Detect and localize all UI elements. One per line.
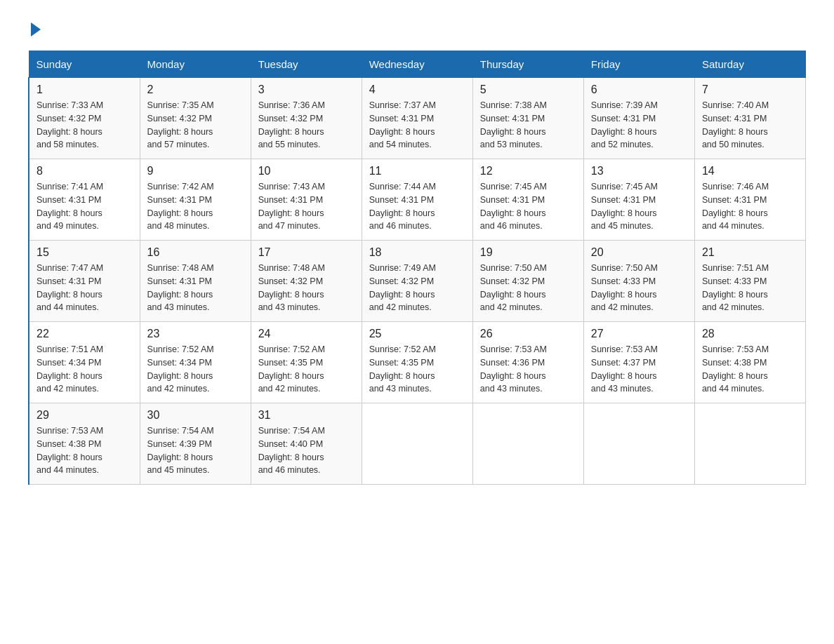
calendar-cell: 7 Sunrise: 7:40 AM Sunset: 4:31 PM Dayli… <box>694 78 805 159</box>
calendar-cell: 22 Sunrise: 7:51 AM Sunset: 4:34 PM Dayl… <box>29 322 140 403</box>
calendar-cell: 12 Sunrise: 7:45 AM Sunset: 4:31 PM Dayl… <box>472 159 583 241</box>
day-number: 5 <box>480 83 576 96</box>
day-info: Sunrise: 7:44 AM Sunset: 4:31 PM Dayligh… <box>369 180 465 233</box>
calendar-cell: 30 Sunrise: 7:54 AM Sunset: 4:39 PM Dayl… <box>140 403 251 485</box>
day-info: Sunrise: 7:53 AM Sunset: 4:38 PM Dayligh… <box>702 343 798 396</box>
calendar-cell: 13 Sunrise: 7:45 AM Sunset: 4:31 PM Dayl… <box>583 159 694 241</box>
day-number: 23 <box>147 328 244 340</box>
calendar-cell: 5 Sunrise: 7:38 AM Sunset: 4:31 PM Dayli… <box>472 78 583 159</box>
calendar-cell: 25 Sunrise: 7:52 AM Sunset: 4:35 PM Dayl… <box>362 322 472 403</box>
day-number: 31 <box>258 409 355 422</box>
header-saturday: Saturday <box>694 51 805 78</box>
day-number: 27 <box>591 328 687 340</box>
calendar-cell: 11 Sunrise: 7:44 AM Sunset: 4:31 PM Dayl… <box>362 159 472 241</box>
day-info: Sunrise: 7:47 AM Sunset: 4:31 PM Dayligh… <box>37 262 133 314</box>
calendar-cell: 6 Sunrise: 7:39 AM Sunset: 4:31 PM Dayli… <box>583 78 694 159</box>
day-number: 17 <box>258 246 355 259</box>
calendar-cell: 16 Sunrise: 7:48 AM Sunset: 4:31 PM Dayl… <box>140 241 251 322</box>
header-wednesday: Wednesday <box>362 51 472 78</box>
day-info: Sunrise: 7:39 AM Sunset: 4:31 PM Dayligh… <box>591 99 687 152</box>
day-info: Sunrise: 7:51 AM Sunset: 4:34 PM Dayligh… <box>37 343 133 396</box>
day-info: Sunrise: 7:37 AM Sunset: 4:31 PM Dayligh… <box>369 99 465 152</box>
day-number: 9 <box>147 165 244 177</box>
day-info: Sunrise: 7:48 AM Sunset: 4:31 PM Dayligh… <box>147 262 244 314</box>
calendar-cell <box>472 403 583 485</box>
day-number: 28 <box>702 328 798 340</box>
week-row-1: 1 Sunrise: 7:33 AM Sunset: 4:32 PM Dayli… <box>29 78 806 159</box>
day-info: Sunrise: 7:50 AM Sunset: 4:32 PM Dayligh… <box>480 262 576 314</box>
day-info: Sunrise: 7:52 AM Sunset: 4:35 PM Dayligh… <box>369 343 465 396</box>
day-number: 12 <box>480 165 576 177</box>
calendar-cell <box>583 403 694 485</box>
day-info: Sunrise: 7:50 AM Sunset: 4:33 PM Dayligh… <box>591 262 687 314</box>
day-number: 14 <box>702 165 798 177</box>
week-row-2: 8 Sunrise: 7:41 AM Sunset: 4:31 PM Dayli… <box>29 159 806 241</box>
day-info: Sunrise: 7:42 AM Sunset: 4:31 PM Dayligh… <box>147 180 244 233</box>
day-number: 25 <box>369 328 465 340</box>
logo <box>28 21 41 36</box>
day-info: Sunrise: 7:35 AM Sunset: 4:32 PM Dayligh… <box>147 99 244 152</box>
day-info: Sunrise: 7:43 AM Sunset: 4:31 PM Dayligh… <box>258 180 355 233</box>
calendar-cell: 3 Sunrise: 7:36 AM Sunset: 4:32 PM Dayli… <box>251 78 362 159</box>
day-info: Sunrise: 7:36 AM Sunset: 4:32 PM Dayligh… <box>258 99 355 152</box>
calendar-cell: 17 Sunrise: 7:48 AM Sunset: 4:32 PM Dayl… <box>251 241 362 322</box>
day-number: 16 <box>147 246 244 259</box>
day-info: Sunrise: 7:51 AM Sunset: 4:33 PM Dayligh… <box>702 262 798 314</box>
calendar-cell: 29 Sunrise: 7:53 AM Sunset: 4:38 PM Dayl… <box>29 403 140 485</box>
day-info: Sunrise: 7:52 AM Sunset: 4:34 PM Dayligh… <box>147 343 244 396</box>
day-info: Sunrise: 7:46 AM Sunset: 4:31 PM Dayligh… <box>702 180 798 233</box>
logo-arrow-icon <box>31 22 41 36</box>
calendar-cell: 19 Sunrise: 7:50 AM Sunset: 4:32 PM Dayl… <box>472 241 583 322</box>
day-info: Sunrise: 7:53 AM Sunset: 4:38 PM Dayligh… <box>37 424 133 477</box>
calendar-cell: 24 Sunrise: 7:52 AM Sunset: 4:35 PM Dayl… <box>251 322 362 403</box>
day-number: 29 <box>37 409 133 422</box>
day-number: 3 <box>258 83 355 96</box>
day-info: Sunrise: 7:45 AM Sunset: 4:31 PM Dayligh… <box>480 180 576 233</box>
day-number: 15 <box>37 246 133 259</box>
calendar-cell: 20 Sunrise: 7:50 AM Sunset: 4:33 PM Dayl… <box>583 241 694 322</box>
day-info: Sunrise: 7:48 AM Sunset: 4:32 PM Dayligh… <box>258 262 355 314</box>
week-row-4: 22 Sunrise: 7:51 AM Sunset: 4:34 PM Dayl… <box>29 322 806 403</box>
calendar-cell: 4 Sunrise: 7:37 AM Sunset: 4:31 PM Dayli… <box>362 78 472 159</box>
calendar-cell: 1 Sunrise: 7:33 AM Sunset: 4:32 PM Dayli… <box>29 78 140 159</box>
calendar-cell: 15 Sunrise: 7:47 AM Sunset: 4:31 PM Dayl… <box>29 241 140 322</box>
calendar-cell: 27 Sunrise: 7:53 AM Sunset: 4:37 PM Dayl… <box>583 322 694 403</box>
calendar-cell: 10 Sunrise: 7:43 AM Sunset: 4:31 PM Dayl… <box>251 159 362 241</box>
header-thursday: Thursday <box>472 51 583 78</box>
day-info: Sunrise: 7:40 AM Sunset: 4:31 PM Dayligh… <box>702 99 798 152</box>
calendar-cell <box>694 403 805 485</box>
calendar-cell: 2 Sunrise: 7:35 AM Sunset: 4:32 PM Dayli… <box>140 78 251 159</box>
calendar-cell: 23 Sunrise: 7:52 AM Sunset: 4:34 PM Dayl… <box>140 322 251 403</box>
day-number: 4 <box>369 83 465 96</box>
day-number: 6 <box>591 83 687 96</box>
day-number: 10 <box>258 165 355 177</box>
day-info: Sunrise: 7:53 AM Sunset: 4:37 PM Dayligh… <box>591 343 687 396</box>
calendar-cell: 31 Sunrise: 7:54 AM Sunset: 4:40 PM Dayl… <box>251 403 362 485</box>
calendar-cell: 9 Sunrise: 7:42 AM Sunset: 4:31 PM Dayli… <box>140 159 251 241</box>
day-number: 8 <box>37 165 133 177</box>
day-info: Sunrise: 7:38 AM Sunset: 4:31 PM Dayligh… <box>480 99 576 152</box>
day-number: 11 <box>369 165 465 177</box>
calendar-cell: 8 Sunrise: 7:41 AM Sunset: 4:31 PM Dayli… <box>29 159 140 241</box>
day-number: 22 <box>37 328 133 340</box>
day-info: Sunrise: 7:49 AM Sunset: 4:32 PM Dayligh… <box>369 262 465 314</box>
header-tuesday: Tuesday <box>251 51 362 78</box>
day-number: 18 <box>369 246 465 259</box>
day-info: Sunrise: 7:41 AM Sunset: 4:31 PM Dayligh… <box>37 180 133 233</box>
header-sunday: Sunday <box>29 51 140 78</box>
day-number: 20 <box>591 246 687 259</box>
calendar-table: SundayMondayTuesdayWednesdayThursdayFrid… <box>28 51 806 485</box>
day-info: Sunrise: 7:53 AM Sunset: 4:36 PM Dayligh… <box>480 343 576 396</box>
day-info: Sunrise: 7:45 AM Sunset: 4:31 PM Dayligh… <box>591 180 687 233</box>
day-info: Sunrise: 7:54 AM Sunset: 4:39 PM Dayligh… <box>147 424 244 477</box>
day-number: 24 <box>258 328 355 340</box>
day-number: 7 <box>702 83 798 96</box>
header-monday: Monday <box>140 51 251 78</box>
calendar-cell <box>362 403 472 485</box>
day-number: 26 <box>480 328 576 340</box>
page-header <box>28 21 806 36</box>
day-number: 1 <box>37 83 133 96</box>
day-info: Sunrise: 7:33 AM Sunset: 4:32 PM Dayligh… <box>37 99 133 152</box>
calendar-cell: 18 Sunrise: 7:49 AM Sunset: 4:32 PM Dayl… <box>362 241 472 322</box>
day-number: 2 <box>147 83 244 96</box>
